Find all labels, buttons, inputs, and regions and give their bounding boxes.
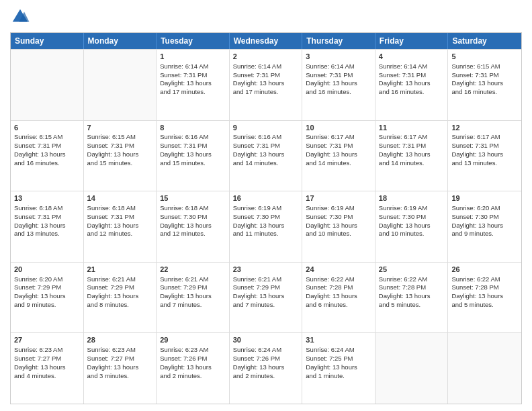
calendar-cell: 29Sunrise: 6:23 AMSunset: 7:26 PMDayligh… xyxy=(157,333,230,404)
day-info-line: Sunrise: 6:24 AM xyxy=(233,346,299,355)
day-number: 9 xyxy=(233,123,299,133)
day-info-line: and 1 minute. xyxy=(306,372,371,381)
day-info-line: Daylight: 13 hours xyxy=(233,222,299,230)
day-info-line: Daylight: 13 hours xyxy=(233,292,299,301)
calendar-cell: 14Sunrise: 6:18 AMSunset: 7:31 PMDayligh… xyxy=(84,191,157,262)
calendar-header-cell: Tuesday xyxy=(157,33,230,49)
day-number: 12 xyxy=(451,123,518,133)
day-info-line: Sunset: 7:31 PM xyxy=(160,71,226,80)
day-info-line: and 6 minutes. xyxy=(306,301,371,310)
day-info-line: Sunrise: 6:22 AM xyxy=(306,275,371,284)
day-info-line: Sunset: 7:31 PM xyxy=(160,142,226,150)
day-info-line: Daylight: 13 hours xyxy=(160,150,226,159)
calendar-cell xyxy=(375,333,449,404)
day-number: 18 xyxy=(379,193,445,203)
calendar-cell: 16Sunrise: 6:19 AMSunset: 7:30 PMDayligh… xyxy=(230,191,303,262)
calendar-header-cell: Friday xyxy=(375,33,449,49)
day-number: 4 xyxy=(379,52,445,62)
calendar-cell: 23Sunrise: 6:21 AMSunset: 7:29 PMDayligh… xyxy=(230,263,303,333)
calendar-header-cell: Sunday xyxy=(11,33,84,49)
day-info-line: Daylight: 13 hours xyxy=(306,79,371,88)
day-info-line: and 14 minutes. xyxy=(379,159,445,168)
day-info-line: Sunset: 7:29 PM xyxy=(14,283,80,292)
day-info-line: Sunrise: 6:20 AM xyxy=(14,275,80,284)
day-info-line: Sunset: 7:30 PM xyxy=(379,213,445,222)
day-info-line: Sunset: 7:30 PM xyxy=(451,213,518,222)
calendar-cell: 21Sunrise: 6:21 AMSunset: 7:29 PMDayligh… xyxy=(84,263,157,333)
day-number: 8 xyxy=(160,123,226,133)
day-info-line: and 16 minutes. xyxy=(379,88,445,97)
day-info-line: Sunset: 7:25 PM xyxy=(306,355,371,363)
calendar-header-cell: Saturday xyxy=(448,33,521,49)
day-number: 24 xyxy=(306,265,371,275)
day-info-line: Sunset: 7:29 PM xyxy=(233,283,299,292)
calendar-cell: 2Sunrise: 6:14 AMSunset: 7:31 PMDaylight… xyxy=(230,50,303,120)
day-info-line: Sunset: 7:27 PM xyxy=(14,355,80,363)
day-info-line: Sunset: 7:27 PM xyxy=(87,355,153,363)
day-info-line: and 16 minutes. xyxy=(14,159,80,168)
day-info-line: Sunrise: 6:14 AM xyxy=(233,62,299,71)
day-info-line: Sunset: 7:30 PM xyxy=(233,213,299,222)
day-info-line: Sunrise: 6:17 AM xyxy=(379,133,445,142)
calendar-cell: 30Sunrise: 6:24 AMSunset: 7:26 PMDayligh… xyxy=(230,333,303,404)
day-info-line: Daylight: 13 hours xyxy=(87,222,153,230)
day-info-line: Sunrise: 6:18 AM xyxy=(160,204,226,213)
calendar-row: 13Sunrise: 6:18 AMSunset: 7:31 PMDayligh… xyxy=(11,191,521,262)
calendar-cell: 24Sunrise: 6:22 AMSunset: 7:28 PMDayligh… xyxy=(302,263,375,333)
day-info-line: Sunset: 7:26 PM xyxy=(160,355,226,363)
day-info-line: and 2 minutes. xyxy=(160,372,226,381)
calendar-cell: 13Sunrise: 6:18 AMSunset: 7:31 PMDayligh… xyxy=(11,191,84,262)
day-info-line: and 7 minutes. xyxy=(233,301,299,310)
day-info-line: Daylight: 13 hours xyxy=(379,292,445,301)
day-info-line: Sunset: 7:31 PM xyxy=(306,142,371,150)
day-number: 13 xyxy=(14,193,80,203)
calendar-cell: 25Sunrise: 6:22 AMSunset: 7:28 PMDayligh… xyxy=(375,263,449,333)
calendar-cell: 17Sunrise: 6:19 AMSunset: 7:30 PMDayligh… xyxy=(302,191,375,262)
day-info-line: Sunset: 7:31 PM xyxy=(451,142,518,150)
day-info-line: Sunrise: 6:21 AM xyxy=(160,275,226,284)
day-info-line: Daylight: 13 hours xyxy=(87,292,153,301)
day-info-line: Sunset: 7:31 PM xyxy=(379,71,445,80)
day-info-line: Daylight: 13 hours xyxy=(160,292,226,301)
calendar-cell: 9Sunrise: 6:16 AMSunset: 7:31 PMDaylight… xyxy=(230,121,303,191)
calendar-header-cell: Thursday xyxy=(302,33,375,49)
day-info-line: and 13 minutes. xyxy=(14,230,80,238)
day-info-line: and 14 minutes. xyxy=(233,159,299,168)
day-info-line: Daylight: 13 hours xyxy=(160,79,226,88)
calendar: SundayMondayTuesdayWednesdayThursdayFrid… xyxy=(10,32,522,404)
calendar-cell: 1Sunrise: 6:14 AMSunset: 7:31 PMDaylight… xyxy=(157,50,230,120)
calendar-cell: 4Sunrise: 6:14 AMSunset: 7:31 PMDaylight… xyxy=(375,50,449,120)
day-number: 16 xyxy=(233,193,299,203)
calendar-cell: 28Sunrise: 6:23 AMSunset: 7:27 PMDayligh… xyxy=(84,333,157,404)
day-info-line: Sunrise: 6:14 AM xyxy=(379,62,445,71)
day-number: 14 xyxy=(87,193,153,203)
day-number: 20 xyxy=(14,265,80,275)
day-info-line: Daylight: 13 hours xyxy=(306,363,371,372)
day-info-line: Daylight: 13 hours xyxy=(233,363,299,372)
day-info-line: Sunset: 7:28 PM xyxy=(379,283,445,292)
calendar-cell: 27Sunrise: 6:23 AMSunset: 7:27 PMDayligh… xyxy=(11,333,84,404)
day-info-line: Sunset: 7:31 PM xyxy=(14,213,80,222)
day-info-line: Sunset: 7:28 PM xyxy=(306,283,371,292)
day-info-line: and 4 minutes. xyxy=(14,372,80,381)
day-info-line: and 9 minutes. xyxy=(14,301,80,310)
day-info-line: Daylight: 13 hours xyxy=(379,222,445,230)
day-number: 31 xyxy=(306,335,371,345)
day-info-line: Sunrise: 6:19 AM xyxy=(233,204,299,213)
day-info-line: Sunrise: 6:14 AM xyxy=(306,62,371,71)
calendar-row: 20Sunrise: 6:20 AMSunset: 7:29 PMDayligh… xyxy=(11,262,521,333)
calendar-cell: 31Sunrise: 6:24 AMSunset: 7:25 PMDayligh… xyxy=(302,333,375,404)
calendar-cell: 11Sunrise: 6:17 AMSunset: 7:31 PMDayligh… xyxy=(375,121,449,191)
day-info-line: Sunrise: 6:23 AM xyxy=(160,346,226,355)
day-number: 3 xyxy=(306,52,371,62)
day-info-line: Daylight: 13 hours xyxy=(233,150,299,159)
day-number: 17 xyxy=(306,193,371,203)
page: SundayMondayTuesdayWednesdayThursdayFrid… xyxy=(0,0,532,411)
day-info-line: Daylight: 13 hours xyxy=(306,222,371,230)
day-info-line: Daylight: 13 hours xyxy=(379,150,445,159)
day-info-line: and 2 minutes. xyxy=(233,372,299,381)
day-info-line: Daylight: 13 hours xyxy=(14,292,80,301)
day-info-line: and 17 minutes. xyxy=(233,88,299,97)
day-info-line: and 5 minutes. xyxy=(451,301,518,310)
day-info-line: and 16 minutes. xyxy=(451,88,518,97)
